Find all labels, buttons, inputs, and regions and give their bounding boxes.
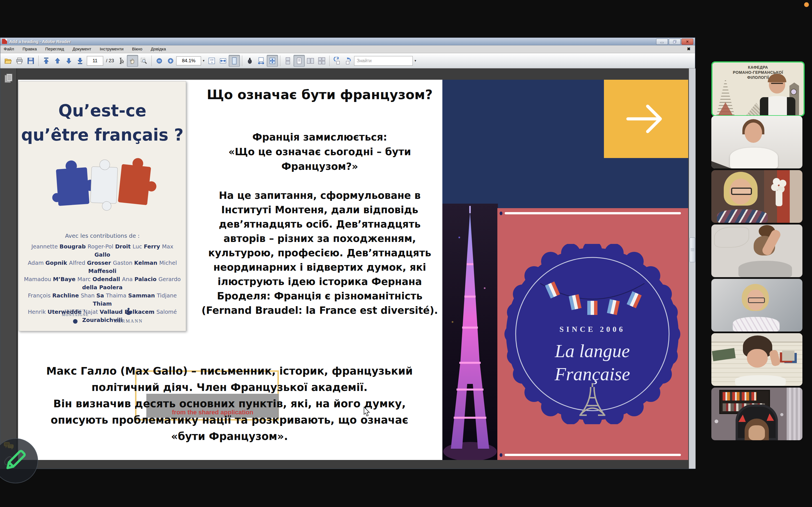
fit-width-button[interactable] (217, 55, 229, 67)
menu-bar: ФайлПравкаПереглядДокументІнструментиВік… (0, 45, 695, 53)
hand-tool-button[interactable] (127, 55, 138, 67)
scrollbar-thumb[interactable] (690, 237, 695, 262)
book-title-line2: qu’être français ? (19, 125, 186, 145)
first-page-button[interactable] (41, 55, 52, 67)
text-line: Інституті Монтеня, дали відповідь (193, 203, 447, 217)
participant-video-1[interactable]: КАФЕДРА РОМАНО-ГЕРМАНСЬКОЇ ФІЛОЛОГІЇ (711, 61, 805, 116)
contributor-surname: della Paolera (82, 284, 123, 291)
layout-two-up-continuous-button[interactable] (316, 55, 327, 67)
fit-window-button[interactable] (267, 55, 278, 67)
close-button[interactable]: ✕ (681, 39, 693, 45)
svg-text:SINCE 2006: SINCE 2006 (559, 325, 625, 334)
text-line: «Що це означає сьогодні – бути (193, 145, 447, 159)
layout-continuous-button[interactable] (282, 55, 294, 67)
layout-two-up-button[interactable] (305, 55, 316, 67)
participant-video-2[interactable] (711, 116, 802, 168)
zoom-out-button[interactable] (154, 55, 165, 67)
contributor-firstname: Marc (78, 276, 93, 283)
page-total-label: / 23 (106, 58, 114, 64)
participant-4-wallart (714, 227, 749, 247)
language-badge: SINCE 2006 La langue Française (502, 244, 682, 424)
print-button[interactable] (14, 55, 25, 67)
slide-text-column: Що означає бути французом? Франція замис… (193, 80, 447, 318)
next-page-button[interactable] (63, 55, 74, 67)
zoom-level-value[interactable]: 84.1% (176, 56, 201, 65)
institut-montaigne-dot (73, 319, 78, 324)
menu-item[interactable]: Файл (4, 47, 14, 51)
book-cover: Qu’est-ce qu’être français ? Avec les co… (18, 81, 186, 331)
sign-tool-button[interactable] (244, 55, 255, 67)
contributors-line: Mamadou M’Baye Marc Odendall Ana Palacio… (23, 275, 182, 291)
restore-button[interactable] (669, 39, 680, 45)
contributor-firstname: Gerardo (158, 276, 181, 283)
participant-2-torso (730, 148, 778, 168)
mouse-cursor (363, 406, 371, 417)
contributor-firstname: Ana (122, 276, 135, 283)
eiffel-tower-photo (442, 204, 498, 460)
menu-item[interactable]: Довідка (151, 47, 166, 51)
zoom-dropdown-arrow[interactable]: ▼ (202, 59, 205, 62)
fit-page-button[interactable] (229, 55, 240, 67)
text-line: авторів – різних за походженням, (193, 231, 447, 246)
contributor-firstname: Roger-Pol (88, 243, 115, 250)
contributor-surname: Palacio (135, 276, 158, 283)
search-dropdown-arrow[interactable]: ▼ (414, 59, 417, 62)
contributor-surname: Maffesoli (88, 268, 116, 274)
menu-item[interactable]: Правка (22, 47, 37, 51)
contributor-firstname: Alfred (69, 260, 87, 266)
navigation-pane-strip (0, 68, 17, 469)
rotate-counterclockwise-button[interactable] (332, 55, 343, 67)
pages-panel-icon[interactable] (4, 73, 14, 84)
menu-item[interactable]: Перегляд (45, 47, 64, 51)
minimize-button[interactable] (656, 39, 668, 45)
contributor-surname: Gopnik (45, 260, 69, 266)
contributor-firstname: François (28, 292, 52, 299)
contributor-firstname: Gaston (113, 260, 134, 266)
participant-video-5[interactable] (711, 279, 802, 332)
participant-video-7[interactable] (711, 388, 802, 440)
select-tool-button[interactable] (116, 55, 127, 67)
participant-7-curtain (786, 388, 802, 440)
panel-top-dot (500, 212, 502, 215)
fit-visible-button[interactable] (255, 55, 267, 67)
participant-1-vest (760, 97, 768, 115)
contributor-firstname: Shan (81, 292, 96, 299)
previous-page-button[interactable] (52, 55, 63, 67)
page-number-input[interactable] (87, 56, 103, 66)
window-titlebar[interactable]: Add a heading - Adobe Reader ✕ (0, 38, 695, 45)
participant-3-flowers (773, 178, 780, 185)
menu-item[interactable]: Інструменти (100, 47, 124, 51)
participant-video-4[interactable] (711, 224, 802, 277)
search-input[interactable] (354, 56, 413, 66)
text-line: ілюструють ідею історика Фернана (193, 275, 447, 289)
participant-2-head (745, 122, 762, 143)
participant-7-books (723, 392, 756, 400)
slide-title: Що означає бути французом? (193, 87, 447, 102)
text-line: Французом?» (193, 159, 447, 174)
participant-6-paint (782, 351, 795, 361)
department-banner-text: КАФЕДРА РОМАНО-ГЕРМАНСЬКОЇ ФІЛОЛОГІЇ (712, 65, 804, 80)
save-button[interactable] (25, 55, 36, 67)
participant-1-glasses (771, 83, 783, 87)
contributor-surname: M’Baye (53, 276, 78, 283)
participant-video-3[interactable] (711, 170, 802, 223)
contributors-heading: Avec les contributions de : (19, 232, 186, 239)
vertical-scrollbar[interactable] (689, 68, 696, 469)
marquee-zoom-button[interactable] (138, 55, 149, 67)
contributor-firstname: Tidjane (157, 292, 177, 299)
rotate-clockwise-button[interactable] (343, 55, 354, 67)
menu-items: ФайлПравкаПереглядДокументІнструментиВік… (0, 45, 695, 51)
annotation-tool-overlay[interactable] (0, 438, 38, 483)
menu-item[interactable]: Документ (72, 47, 91, 51)
document-close-icon[interactable]: ✖ (687, 47, 691, 52)
open-button[interactable] (3, 55, 14, 67)
menu-item[interactable]: Вікно (132, 47, 142, 51)
participant-6-books (712, 348, 735, 361)
actual-size-button[interactable]: 100% (206, 55, 217, 67)
text-line: На це запитання, сформульоване в (193, 188, 447, 203)
layout-single-page-button[interactable] (294, 55, 305, 67)
contributor-surname: Kelman (134, 260, 159, 266)
zoom-in-button[interactable] (165, 55, 176, 67)
last-page-button[interactable] (74, 55, 86, 67)
participant-video-6[interactable] (711, 333, 802, 386)
